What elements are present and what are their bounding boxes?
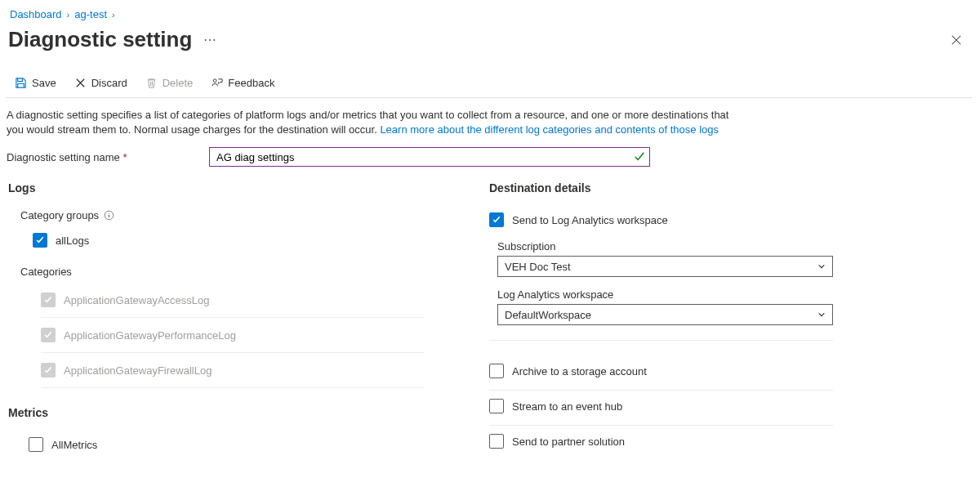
workspace-value: DefaultWorkspace <box>505 309 591 321</box>
partner-solution-checkbox[interactable] <box>489 434 504 449</box>
category-label: ApplicationGatewayPerformanceLog <box>64 329 236 342</box>
workspace-select[interactable]: DefaultWorkspace <box>497 304 833 325</box>
all-logs-label: allLogs <box>56 235 89 247</box>
discard-icon <box>74 77 87 89</box>
subscription-select[interactable]: VEH Doc Test <box>497 256 833 277</box>
all-metrics-label: AllMetrics <box>51 439 97 451</box>
event-hub-label: Stream to an event hub <box>512 400 622 413</box>
close-icon[interactable] <box>951 34 962 46</box>
breadcrumb-dashboard[interactable]: Dashboard <box>10 8 62 20</box>
metrics-heading: Metrics <box>8 406 424 419</box>
check-icon <box>492 215 501 225</box>
svg-point-0 <box>214 79 217 83</box>
categories-label: Categories <box>20 266 424 278</box>
learn-more-link[interactable]: Learn more about the different log categ… <box>380 123 719 136</box>
category-checkbox <box>41 328 56 342</box>
feedback-label: Feedback <box>228 77 274 89</box>
more-icon[interactable]: ⋯ <box>203 32 216 47</box>
checkmark-icon <box>634 151 645 163</box>
breadcrumb-resource[interactable]: ag-test <box>74 8 107 20</box>
page-title: Diagnostic setting <box>7 27 192 52</box>
logs-heading: Logs <box>8 181 424 194</box>
send-log-analytics-checkbox[interactable] <box>489 212 504 227</box>
info-icon[interactable] <box>104 210 114 221</box>
save-button[interactable]: Save <box>15 77 56 89</box>
chevron-right-icon: › <box>112 10 115 20</box>
subscription-label: Subscription <box>497 240 833 252</box>
archive-storage-label: Archive to a storage account <box>512 365 647 378</box>
delete-icon <box>145 77 158 89</box>
category-label: ApplicationGatewayAccessLog <box>64 294 210 306</box>
feedback-icon <box>211 77 223 89</box>
breadcrumb: Dashboard › ag-test › <box>7 8 972 20</box>
send-log-analytics-label: Send to Log Analytics workspace <box>512 214 668 226</box>
destination-heading: Destination details <box>489 181 833 194</box>
chevron-down-icon <box>817 262 826 270</box>
check-icon <box>43 330 53 340</box>
name-field-label: Diagnostic setting name * <box>7 151 209 163</box>
feedback-button[interactable]: Feedback <box>211 77 274 89</box>
event-hub-checkbox[interactable] <box>489 399 504 413</box>
all-logs-checkbox[interactable] <box>33 233 47 248</box>
subscription-value: VEH Doc Test <box>505 261 571 273</box>
discard-button[interactable]: Discard <box>74 77 127 89</box>
delete-label: Delete <box>163 77 194 89</box>
workspace-label: Log Analytics workspace <box>497 288 833 301</box>
all-metrics-checkbox[interactable] <box>29 437 43 452</box>
partner-solution-label: Send to partner solution <box>512 436 625 448</box>
category-label: ApplicationGatewayFirewallLog <box>64 364 212 377</box>
category-checkbox <box>41 363 56 378</box>
save-icon <box>15 77 27 89</box>
category-checkbox <box>41 293 56 307</box>
check-icon <box>43 295 53 305</box>
intro-text: A diagnostic setting specifies a list of… <box>7 108 742 137</box>
toolbar: Save Discard Delete Feedback <box>7 77 972 98</box>
save-label: Save <box>32 77 56 89</box>
chevron-down-icon <box>817 311 826 319</box>
discard-label: Discard <box>91 77 127 89</box>
required-asterisk: * <box>122 151 127 163</box>
check-icon <box>35 235 45 245</box>
category-groups-label: Category groups <box>20 209 424 221</box>
diagnostic-setting-name-input[interactable] <box>209 147 650 167</box>
delete-button: Delete <box>145 77 194 89</box>
archive-storage-checkbox[interactable] <box>489 364 504 378</box>
chevron-right-icon: › <box>67 10 70 20</box>
check-icon <box>43 365 53 375</box>
